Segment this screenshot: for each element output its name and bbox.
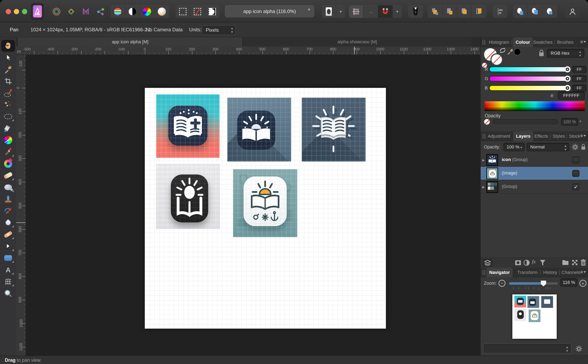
delete-layer-trash-icon[interactable] (581, 259, 586, 266)
blue-slider-knob[interactable] (564, 85, 570, 91)
colour-opacity-value[interactable]: 100 % (561, 118, 578, 126)
layer-visibility-checkbox-checked[interactable]: ✓ (572, 183, 580, 190)
layer-lock-icon[interactable] (581, 143, 586, 150)
marquee-subtract-icon[interactable] (190, 5, 205, 18)
assistant-button[interactable] (408, 5, 423, 18)
hex-value-field[interactable]: FFFFFF (558, 91, 585, 100)
snapping-magnet-icon[interactable] (378, 5, 393, 18)
tab-transform[interactable]: Transform (516, 268, 539, 277)
affinity-photo-logo-button[interactable] (31, 3, 44, 20)
panel-menu-icon[interactable]: ≡ (580, 39, 586, 45)
rgb-preview-icon[interactable] (111, 5, 125, 18)
layer-visibility-checkbox[interactable] (572, 170, 580, 177)
flood-select-tool[interactable] (1, 99, 15, 111)
fx-layer-icon[interactable]: fx (532, 259, 536, 265)
layer-stack-button[interactable] (482, 259, 493, 267)
canvas-viewport[interactable] (26, 55, 480, 356)
colour-opacity-slider[interactable] (493, 119, 558, 124)
tab-colour[interactable]: Colour (513, 37, 533, 47)
selection-brush-tool[interactable] (1, 87, 15, 99)
move-to-front-icon[interactable] (472, 5, 486, 18)
snapping-chevron-icon[interactable]: ▾ (393, 5, 402, 18)
layers-empty-area[interactable] (481, 194, 588, 257)
mesh-warp-tool[interactable] (1, 276, 15, 287)
text-tool[interactable]: A (1, 264, 15, 276)
radiant-book-navy-icon[interactable] (302, 98, 366, 162)
colour-picker-tool[interactable] (1, 64, 15, 75)
opacity-none-icon[interactable] (484, 119, 490, 125)
artboard-page[interactable] (145, 88, 386, 329)
move-tool[interactable] (1, 52, 15, 64)
green-value[interactable]: FF (572, 75, 586, 82)
panel-grip-icon[interactable] (483, 270, 485, 275)
paint-brush-tool[interactable] (1, 146, 15, 158)
swap-colours-icon[interactable] (499, 47, 506, 54)
lock-icon[interactable] (538, 49, 544, 57)
tab-stock[interactable]: Stock (568, 131, 582, 141)
move-to-back-icon[interactable] (428, 5, 442, 18)
shape-tool[interactable] (1, 252, 15, 264)
blue-slider[interactable] (489, 85, 568, 91)
mono-preview-icon[interactable] (125, 5, 140, 18)
green-slider-knob[interactable] (564, 76, 570, 82)
clone-stamp-tool[interactable] (1, 193, 15, 205)
tab-histogram[interactable]: Histogram (487, 37, 511, 47)
units-select[interactable]: Pixels ▲▼ (202, 25, 236, 35)
navigator-preview[interactable] (512, 294, 557, 339)
tab-navigator[interactable]: Navigator (486, 268, 513, 277)
red-slider-knob[interactable] (564, 66, 570, 72)
crop-tool[interactable] (1, 75, 15, 87)
node-tool[interactable] (1, 240, 15, 252)
new-layer-icon[interactable] (572, 260, 578, 266)
view-point-select[interactable]: ▲▼ (483, 344, 571, 353)
zoom-window-button[interactable] (22, 9, 27, 14)
style-picker-chevron-icon[interactable]: ▾ (336, 5, 345, 18)
zoom-slider[interactable] (509, 282, 558, 285)
snapping-grid-icon[interactable] (349, 5, 363, 18)
panel-grip-icon[interactable] (483, 134, 485, 139)
blemish-removal-tool[interactable] (1, 181, 15, 193)
back-one-icon[interactable] (442, 5, 457, 18)
spectrum-picker[interactable] (485, 101, 585, 111)
zoom-slider-knob[interactable] (541, 281, 546, 286)
tab-alpha-showcase[interactable]: alpha showcase [M] (243, 37, 471, 46)
boolean-intersect-icon[interactable] (543, 5, 557, 18)
layer-thumbnail[interactable] (486, 154, 498, 166)
units-stepper-icon[interactable]: ▲▼ (231, 26, 233, 34)
sunrise-book-light-teal-icon[interactable] (233, 169, 297, 237)
photo-persona-icon[interactable] (50, 5, 63, 18)
colour-wheel-preview-icon[interactable] (140, 5, 155, 18)
green-slider[interactable] (489, 76, 568, 81)
snapping-move-icon[interactable]: → (363, 5, 378, 18)
vertical-ruler[interactable]: -100010020030040050060070080090010001100 (16, 55, 26, 356)
colour-model-select[interactable]: RGB Hex ▲▼ (547, 49, 584, 58)
soft-proof-preview-icon[interactable] (155, 5, 169, 18)
panel-menu-icon[interactable]: ≡ (580, 269, 586, 275)
expand-icon[interactable]: ▶ (482, 158, 485, 162)
layer-thumbnail[interactable] (486, 168, 498, 179)
view-tool[interactable] (1, 40, 15, 52)
colour-replacement-brush-tool[interactable] (1, 158, 15, 169)
tab-layers[interactable]: Layers (513, 131, 533, 141)
zoom-in-button[interactable]: + (580, 280, 586, 287)
layer-settings-gear-icon[interactable] (572, 143, 579, 150)
close-button[interactable] (6, 9, 11, 14)
navigator-settings-gear-icon[interactable] (575, 345, 582, 352)
fill-colour-swatch[interactable] (491, 54, 502, 65)
marquee-new-icon[interactable] (176, 5, 190, 18)
zoom-value-field[interactable]: 116 % (560, 278, 577, 287)
boolean-add-icon[interactable] (513, 5, 528, 18)
tab-app-icon-alpha[interactable]: app icon alpha [M] (18, 37, 243, 46)
account-button[interactable] (565, 5, 580, 18)
zoom-out-button[interactable]: − (498, 280, 505, 287)
blend-mode-select[interactable]: Normal ▲▼ (527, 143, 569, 151)
layer-row-group[interactable]: ▶ (Group) ✓ (481, 180, 588, 194)
export-persona-icon[interactable] (94, 5, 107, 18)
boolean-subtract-icon[interactable] (528, 5, 543, 18)
undo-brush-tool[interactable] (1, 205, 15, 217)
colour-opacity-chevron-icon[interactable]: ▾ (580, 119, 581, 124)
tab-styles[interactable]: Styles (551, 131, 566, 141)
panel-menu-icon[interactable]: ≡ (580, 133, 586, 139)
blue-value[interactable]: FF (572, 84, 586, 91)
marquee-tool[interactable] (1, 111, 15, 123)
